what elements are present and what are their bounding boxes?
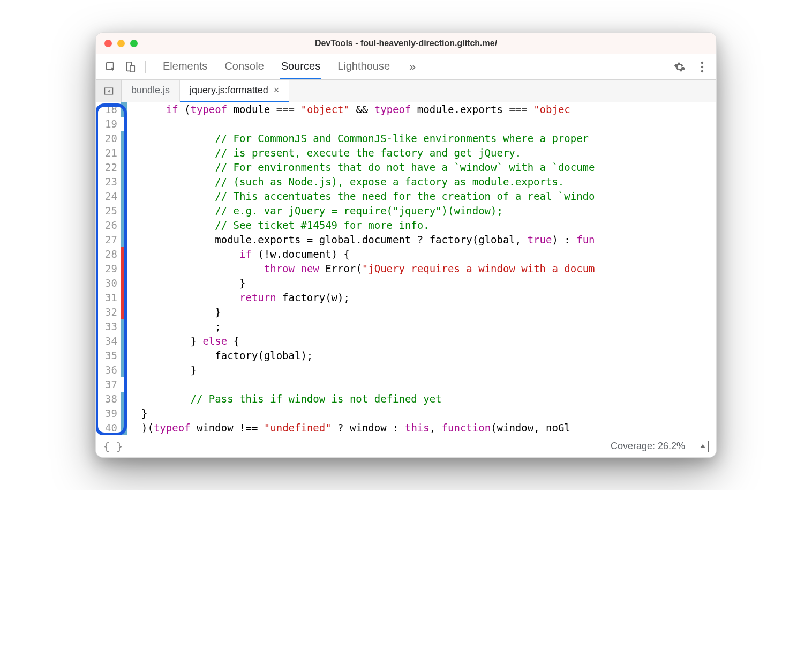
svg-point-5 xyxy=(701,70,703,72)
gutter-row[interactable]: 21 xyxy=(96,146,127,160)
drawer-toggle-icon[interactable] xyxy=(697,441,709,452)
code-line[interactable]: } else { xyxy=(141,334,716,348)
kebab-menu-icon[interactable] xyxy=(696,61,709,73)
statusbar: { } Coverage: 26.2% xyxy=(96,435,716,457)
gutter-row[interactable]: 31 xyxy=(96,291,127,305)
line-number: 37 xyxy=(96,377,121,392)
line-number: 21 xyxy=(96,146,121,160)
code-line[interactable]: // For environments that do not have a `… xyxy=(141,160,716,175)
window-title: DevTools - foul-heavenly-direction.glitc… xyxy=(96,39,716,48)
code-line[interactable]: factory(global); xyxy=(141,348,716,363)
coverage-marker xyxy=(121,392,127,406)
code-line[interactable] xyxy=(141,117,716,131)
code-line[interactable]: throw new Error("jQuery requires a windo… xyxy=(141,262,716,276)
code-line[interactable]: return factory(w); xyxy=(141,291,716,305)
code-line[interactable]: // For CommonJS and CommonJS-like enviro… xyxy=(141,131,716,146)
code-line[interactable]: if (!w.document) { xyxy=(141,247,716,262)
line-gutter: 1819202122232425262728293031323334353637… xyxy=(96,102,127,435)
gutter-row[interactable]: 26 xyxy=(96,218,127,233)
gutter-row[interactable]: 34 xyxy=(96,334,127,348)
code-line[interactable]: // This accentuates the need for the cre… xyxy=(141,189,716,204)
file-tab-label: jquery.js:formatted xyxy=(190,85,268,96)
file-tab-bundle-js[interactable]: bundle.js xyxy=(122,80,180,102)
gutter-row[interactable]: 23 xyxy=(96,175,127,189)
line-number: 39 xyxy=(96,406,121,421)
line-number: 27 xyxy=(96,233,121,247)
gutter-row[interactable]: 38 xyxy=(96,392,127,406)
gutter-row[interactable]: 19 xyxy=(96,117,127,131)
coverage-marker xyxy=(121,117,127,131)
gutter-row[interactable]: 35 xyxy=(96,348,127,363)
coverage-marker xyxy=(121,247,127,262)
code-line[interactable]: // Pass this if window is not defined ye… xyxy=(141,392,716,406)
coverage-marker xyxy=(121,291,127,305)
gutter-row[interactable]: 36 xyxy=(96,363,127,377)
gutter-row[interactable]: 24 xyxy=(96,189,127,204)
coverage-marker xyxy=(121,276,127,291)
close-window-button[interactable] xyxy=(104,40,112,47)
code-line[interactable]: // See ticket #14549 for more info. xyxy=(141,218,716,233)
code-line[interactable]: module.exports = global.document ? facto… xyxy=(141,233,716,247)
line-number: 22 xyxy=(96,160,121,175)
gutter-row[interactable]: 40 xyxy=(96,421,127,435)
gutter-row[interactable]: 20 xyxy=(96,131,127,146)
tab-console[interactable]: Console xyxy=(223,55,265,79)
line-number: 36 xyxy=(96,363,121,377)
code-line[interactable]: if (typeof module === "object" && typeof… xyxy=(141,102,716,117)
tab-sources[interactable]: Sources xyxy=(280,55,321,79)
coverage-marker xyxy=(121,233,127,247)
code-line[interactable]: // is present, execute the factory and g… xyxy=(141,146,716,160)
tab-lighthouse[interactable]: Lighthouse xyxy=(336,55,391,79)
gutter-row[interactable]: 33 xyxy=(96,319,127,334)
svg-point-3 xyxy=(701,61,703,63)
gutter-row[interactable]: 30 xyxy=(96,276,127,291)
gutter-row[interactable]: 32 xyxy=(96,305,127,319)
coverage-marker xyxy=(121,377,127,392)
gutter-row[interactable]: 18 xyxy=(96,102,127,117)
line-number: 28 xyxy=(96,247,121,262)
navigator-toggle-icon[interactable] xyxy=(96,80,122,102)
code-line[interactable]: // e.g. var jQuery = require("jquery")(w… xyxy=(141,204,716,218)
line-number: 38 xyxy=(96,392,121,406)
gutter-row[interactable]: 27 xyxy=(96,233,127,247)
line-number: 25 xyxy=(96,204,121,218)
gutter-row[interactable]: 25 xyxy=(96,204,127,218)
settings-icon[interactable] xyxy=(673,61,686,73)
tab-elements[interactable]: Elements xyxy=(162,55,208,79)
line-number: 33 xyxy=(96,319,121,334)
gutter-row[interactable]: 22 xyxy=(96,160,127,175)
code-line[interactable]: } xyxy=(141,406,716,421)
code-line[interactable]: )(typeof window !== "undefined" ? window… xyxy=(141,421,716,435)
device-toolbar-icon[interactable] xyxy=(123,59,138,75)
gutter-row[interactable]: 28 xyxy=(96,247,127,262)
line-number: 31 xyxy=(96,291,121,305)
maximize-window-button[interactable] xyxy=(130,40,138,47)
code-line[interactable]: ; xyxy=(141,319,716,334)
code-line[interactable]: // (such as Node.js), expose a factory a… xyxy=(141,175,716,189)
devtools-window: DevTools - foul-heavenly-direction.glitc… xyxy=(95,32,717,458)
file-tab-jquery-formatted[interactable]: jquery.js:formatted × xyxy=(180,80,289,102)
minimize-window-button[interactable] xyxy=(117,40,125,47)
inspect-element-icon[interactable] xyxy=(103,59,118,75)
code-line[interactable]: } xyxy=(141,305,716,319)
code-area[interactable]: if (typeof module === "object" && typeof… xyxy=(127,102,716,435)
source-editor[interactable]: 1819202122232425262728293031323334353637… xyxy=(96,102,716,435)
coverage-marker xyxy=(121,421,127,435)
gutter-row[interactable]: 29 xyxy=(96,262,127,276)
line-number: 19 xyxy=(96,117,121,131)
coverage-marker xyxy=(121,102,127,117)
more-tabs-button[interactable]: » xyxy=(406,57,419,77)
coverage-marker xyxy=(121,189,127,204)
svg-point-4 xyxy=(701,65,703,68)
pretty-print-icon[interactable]: { } xyxy=(103,440,123,453)
code-line[interactable] xyxy=(141,377,716,392)
gutter-row[interactable]: 37 xyxy=(96,377,127,392)
line-number: 23 xyxy=(96,175,121,189)
close-tab-icon[interactable]: × xyxy=(274,85,280,96)
code-line[interactable]: } xyxy=(141,363,716,377)
coverage-marker xyxy=(121,334,127,348)
panel-tabs: Elements Console Sources Lighthouse » xyxy=(162,55,669,79)
gutter-row[interactable]: 39 xyxy=(96,406,127,421)
code-line[interactable]: } xyxy=(141,276,716,291)
line-number: 18 xyxy=(96,102,121,117)
